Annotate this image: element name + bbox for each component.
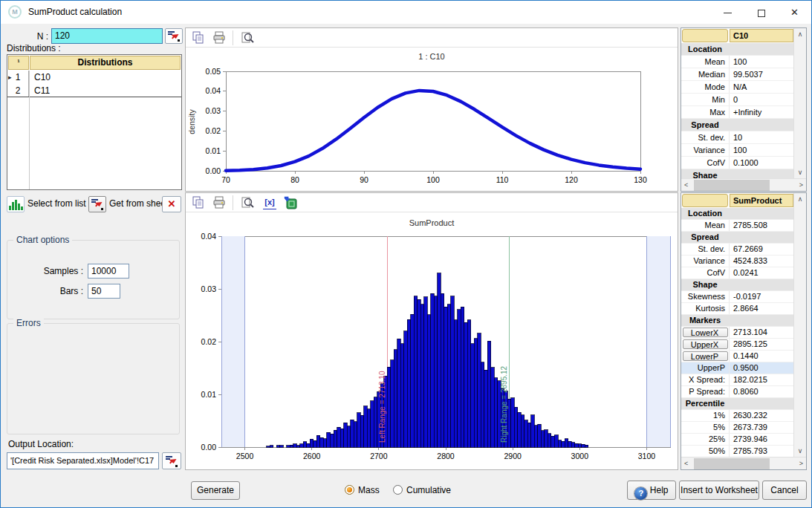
stats-value: [729, 43, 793, 55]
row-number-column-header[interactable]: ¹: [8, 56, 29, 70]
svg-text:3100: 3100: [638, 452, 656, 460]
sumproduct-stats-title[interactable]: SumProduct: [730, 194, 793, 207]
stats-section-spread: Spread: [681, 119, 793, 131]
minimize-icon: [724, 13, 732, 13]
scroll-up-icon[interactable]: ∧: [794, 195, 806, 203]
n-input[interactable]: 120: [51, 28, 163, 44]
scroll-down-icon[interactable]: ∨: [794, 447, 806, 455]
cumulative-radio[interactable]: [393, 485, 403, 495]
stats-label: Mean: [681, 220, 729, 231]
scrollbar-thumb[interactable]: [694, 180, 770, 191]
chart-options-title: Chart options: [13, 235, 72, 245]
scroll-right-icon[interactable]: >: [799, 181, 803, 189]
svg-text:0.04: 0.04: [206, 86, 221, 95]
distributions-column-header[interactable]: Distributions: [30, 56, 181, 70]
stats-label: Mode: [681, 81, 729, 93]
stats-row-upperp[interactable]: UpperP0.9500: [681, 362, 793, 374]
svg-text:100: 100: [426, 175, 440, 184]
print-preview-icon[interactable]: [241, 31, 254, 45]
copy-icon[interactable]: [192, 31, 205, 45]
stats-label[interactable]: LowerX: [683, 328, 728, 337]
minimize-button[interactable]: [711, 1, 744, 24]
stats-label[interactable]: UpperX: [683, 339, 728, 349]
histogram-icon: [7, 197, 24, 212]
horizontal-scrollbar[interactable]: < >: [681, 178, 806, 191]
distribution-name: C10: [29, 71, 181, 84]
copy-icon[interactable]: [192, 196, 205, 209]
svg-text:110: 110: [496, 175, 509, 184]
scroll-down-icon[interactable]: ∨: [794, 169, 806, 176]
output-get-from-sheet-button[interactable]: [162, 452, 181, 469]
svg-text:120: 120: [565, 175, 578, 184]
svg-text:0.01: 0.01: [206, 146, 221, 155]
distribution-row-c11[interactable]: 2C11: [7, 84, 181, 97]
stats-section-shape: Shape: [681, 169, 793, 178]
svg-text:0.00: 0.00: [201, 443, 217, 452]
select-from-list-label[interactable]: Select from list: [27, 198, 86, 209]
sheet-picker-icon: [163, 453, 181, 469]
vertical-scrollbar[interactable]: ∧ ∨: [793, 28, 806, 178]
cancel-button[interactable]: Cancel: [762, 481, 807, 500]
sumproduct-stats-header: SumProduct: [681, 193, 793, 208]
sumproduct-chart[interactable]: 0.000.010.020.030.0425002600270028002900…: [186, 212, 678, 469]
maximize-button[interactable]: [744, 1, 778, 24]
help-button[interactable]: ? Help: [627, 481, 676, 500]
stats-row-1: 1%2630.232: [681, 410, 793, 422]
c10-stats-title[interactable]: C10: [730, 29, 793, 42]
export-to-excel-icon[interactable]: [284, 196, 297, 209]
cumulative-radio-label[interactable]: Cumulative: [406, 485, 451, 495]
remove-distribution-button[interactable]: ✕: [162, 196, 181, 212]
stats-corner-cell[interactable]: [682, 194, 728, 207]
distributions-table-header: ¹ Distributions: [7, 55, 181, 71]
stats-value: [729, 398, 793, 409]
stats-label: P Spread:: [681, 386, 729, 397]
density-chart-panel: 1 : C10 density 0.000.010.020.030.040.05…: [185, 27, 678, 192]
horizontal-scrollbar[interactable]: < >: [681, 457, 806, 469]
insert-to-worksheet-button[interactable]: Insert to Worksheet: [679, 481, 759, 500]
stats-row-skewness: Skewness-0.0197: [681, 291, 793, 303]
output-location-input[interactable]: '[Credit Risk Separated.xlsx]Model'!C17: [7, 452, 159, 469]
stats-section-percentile: Percentile: [681, 398, 793, 410]
x-axis-settings-icon[interactable]: [x]: [263, 196, 276, 209]
stats-label: 1%: [681, 410, 729, 421]
stats-row-25: 25%2739.946: [681, 434, 793, 446]
distribution-row-c10[interactable]: ▸1C10: [7, 71, 181, 84]
close-button[interactable]: ✕: [778, 1, 811, 24]
stats-label: Markers: [681, 315, 729, 326]
mass-radio[interactable]: [345, 485, 354, 495]
output-location-label: Output Location:: [8, 439, 74, 449]
get-from-sheet-label[interactable]: Get from sheet: [109, 198, 168, 209]
print-icon[interactable]: [212, 196, 226, 209]
stats-row-mode: ModeN/A: [681, 81, 793, 94]
svg-text:2500: 2500: [236, 452, 254, 460]
stats-row-cofv: CofV0.1000: [681, 157, 793, 169]
current-row-icon: ▸: [8, 71, 12, 84]
get-from-sheet-button[interactable]: [88, 196, 106, 212]
scrollbar-thumb[interactable]: [694, 458, 770, 469]
samples-input[interactable]: 10000: [88, 264, 129, 279]
svg-text:0.00: 0.00: [206, 166, 221, 175]
vertical-scrollbar[interactable]: ∧ ∨: [793, 193, 806, 457]
select-from-list-button[interactable]: [7, 196, 25, 212]
stats-label: Mean: [681, 56, 729, 68]
stats-label[interactable]: LowerP: [683, 351, 728, 361]
help-icon: ?: [634, 487, 647, 500]
scroll-left-icon[interactable]: <: [684, 181, 688, 189]
svg-text:0.03: 0.03: [201, 284, 217, 293]
scroll-right-icon[interactable]: >: [799, 460, 803, 467]
stats-value: 2739.946: [729, 434, 793, 445]
stats-corner-cell[interactable]: [682, 29, 728, 42]
n-label: N :: [7, 31, 48, 42]
density-chart[interactable]: 0.000.010.020.030.040.057080901001101201…: [186, 48, 678, 191]
bars-input[interactable]: 50: [88, 284, 120, 299]
stats-value: 2785.793: [729, 446, 793, 457]
generate-button[interactable]: Generate: [191, 481, 240, 500]
mass-radio-label[interactable]: Mass: [358, 485, 380, 495]
print-preview-icon[interactable]: [241, 196, 254, 209]
n-get-from-sheet-button[interactable]: [165, 28, 183, 44]
print-icon[interactable]: [212, 31, 226, 45]
stats-row-p-spread: P Spread:0.8060: [681, 386, 793, 398]
scroll-left-icon[interactable]: <: [684, 460, 688, 467]
stats-label: Kurtosis: [681, 303, 729, 314]
scroll-up-icon[interactable]: ∧: [794, 30, 806, 38]
